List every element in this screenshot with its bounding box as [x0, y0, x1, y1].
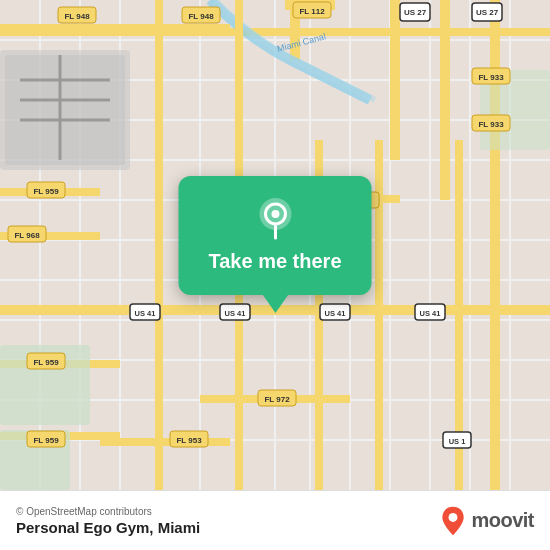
moovit-text: moovit: [471, 509, 534, 532]
svg-rect-28: [440, 0, 450, 200]
bottom-bar: © OpenStreetMap contributors Personal Eg…: [0, 490, 550, 550]
location-pin-icon: [251, 194, 299, 242]
bottom-left-info: © OpenStreetMap contributors Personal Eg…: [16, 506, 200, 536]
moovit-pin-icon: [439, 505, 467, 537]
svg-text:US 41: US 41: [420, 309, 441, 318]
svg-text:FL 948: FL 948: [64, 12, 90, 21]
svg-text:FL 959: FL 959: [33, 187, 59, 196]
svg-text:US 41: US 41: [325, 309, 346, 318]
place-name: Personal Ego Gym, Miami: [16, 519, 200, 536]
svg-text:FL 959: FL 959: [33, 358, 59, 367]
svg-rect-46: [5, 55, 125, 165]
popup-card[interactable]: Take me there: [178, 176, 371, 295]
svg-text:FL 112: FL 112: [299, 7, 325, 16]
map-container: FL 948 FL 948 FL 112 US 27 US 27 FL 933 …: [0, 0, 550, 490]
svg-text:FL 959: FL 959: [33, 436, 59, 445]
svg-text:US 27: US 27: [476, 8, 499, 17]
svg-rect-30: [0, 24, 230, 34]
svg-text:FL 968: FL 968: [14, 231, 40, 240]
svg-text:US 27: US 27: [404, 8, 427, 17]
svg-text:US 41: US 41: [225, 309, 246, 318]
copyright-text: © OpenStreetMap contributors: [16, 506, 200, 517]
svg-text:FL 953: FL 953: [176, 436, 202, 445]
svg-text:US 1: US 1: [449, 437, 466, 446]
svg-rect-32: [155, 0, 163, 490]
svg-text:FL 933: FL 933: [478, 73, 504, 82]
svg-text:US 41: US 41: [135, 309, 156, 318]
svg-text:FL 948: FL 948: [188, 12, 214, 21]
svg-point-95: [271, 210, 279, 218]
popup-label: Take me there: [208, 250, 341, 273]
svg-rect-27: [390, 0, 400, 160]
svg-point-96: [449, 513, 458, 522]
moovit-logo: moovit: [439, 505, 534, 537]
svg-text:FL 972: FL 972: [264, 395, 290, 404]
svg-text:FL 933: FL 933: [478, 120, 504, 129]
